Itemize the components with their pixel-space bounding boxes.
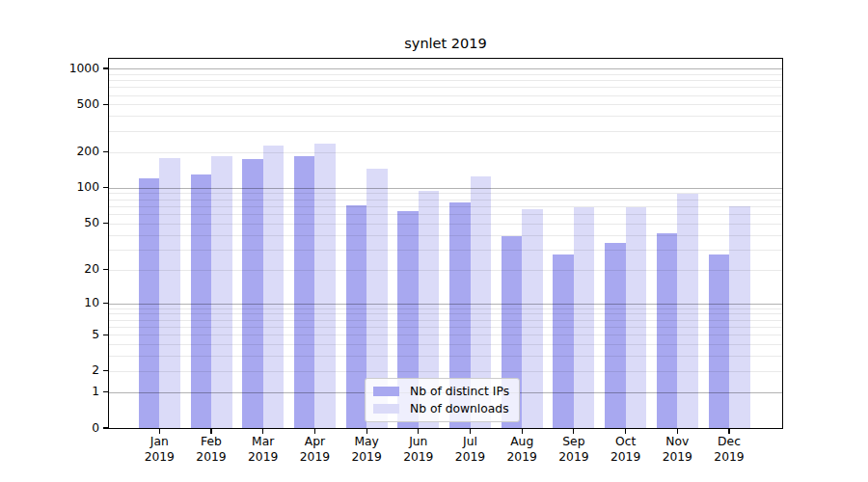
x-tick: [366, 429, 367, 434]
minor-gridline: [109, 152, 782, 153]
minor-gridline: [109, 250, 782, 251]
bar-downloads-dec: [729, 206, 750, 428]
bar-distinct-ips-apr: [294, 156, 315, 428]
y-tick-label: 100: [0, 179, 99, 196]
legend-swatch-distinct-ips: [373, 387, 399, 396]
y-tick: [103, 151, 109, 152]
legend-label-distinct-ips: Nb of distinct IPs: [410, 385, 509, 398]
minor-gridline: [109, 320, 782, 321]
x-tick: [210, 429, 211, 434]
y-tick: [103, 104, 109, 105]
y-tick-label: 500: [0, 96, 99, 113]
bar-downloads-oct: [626, 207, 647, 428]
y-tick: [103, 223, 109, 224]
minor-gridline: [109, 116, 782, 117]
y-tick: [103, 269, 109, 270]
minor-gridline: [109, 224, 782, 225]
minor-gridline: [109, 327, 782, 328]
minor-gridline: [109, 131, 782, 132]
x-tick: [728, 429, 729, 434]
minor-gridline: [109, 356, 782, 357]
x-tick: [418, 429, 419, 434]
y-tick-label: 1000: [0, 61, 99, 77]
x-tick: [625, 429, 626, 434]
bar-distinct-ips-dec: [709, 254, 730, 428]
legend-swatch-downloads: [373, 404, 399, 414]
y-tick-label: 200: [0, 144, 99, 160]
minor-gridline: [109, 344, 782, 345]
y-tick-label: 5: [0, 327, 99, 343]
minor-gridline: [109, 193, 782, 194]
major-gridline: [109, 188, 782, 189]
bar-distinct-ips-nov: [657, 233, 678, 428]
chart-title: synlet 2019: [404, 36, 486, 51]
minor-gridline: [109, 335, 782, 335]
x-tick: [262, 429, 263, 434]
bar-downloads-aug: [522, 209, 543, 428]
legend-item-downloads: Nb of downloads: [373, 402, 509, 415]
minor-gridline: [109, 80, 782, 81]
bar-distinct-ips-may: [346, 205, 367, 428]
figure: synlet 2019 01251020501002005001000Jan20…: [0, 0, 868, 482]
minor-gridline: [109, 308, 782, 309]
legend: Nb of distinct IPs Nb of downloads: [365, 378, 520, 422]
minor-gridline: [109, 74, 782, 75]
minor-gridline: [109, 270, 782, 271]
x-tick: [573, 429, 574, 434]
minor-gridline: [109, 104, 782, 105]
y-tick: [103, 335, 109, 335]
minor-gridline: [109, 235, 782, 236]
x-tick: [159, 429, 160, 434]
minor-gridline: [109, 214, 782, 215]
minor-gridline: [109, 371, 782, 372]
bar-downloads-apr: [314, 144, 336, 428]
bar-downloads-sep: [574, 207, 595, 428]
minor-gridline: [109, 95, 782, 96]
x-tick: [314, 429, 315, 434]
minor-gridline: [109, 200, 782, 201]
legend-item-distinct-ips: Nb of distinct IPs: [373, 385, 509, 398]
bar-distinct-ips-sep: [553, 254, 574, 428]
y-tick: [103, 187, 109, 188]
y-tick: [103, 391, 109, 392]
bar-distinct-ips-feb: [191, 174, 212, 428]
minor-gridline: [109, 206, 782, 207]
y-tick-label: 20: [0, 261, 99, 278]
bar-downloads-feb: [211, 156, 232, 428]
y-tick-label: 0: [0, 420, 99, 437]
y-tick: [103, 370, 109, 371]
y-tick-label: 2: [0, 362, 99, 379]
legend-label-downloads: Nb of downloads: [410, 402, 509, 415]
x-tick: [677, 429, 678, 434]
minor-gridline: [109, 87, 782, 88]
major-gridline: [109, 304, 782, 305]
y-tick-label: 10: [0, 295, 99, 311]
y-tick-label: 1: [0, 384, 99, 400]
y-tick-label: 50: [0, 215, 99, 231]
y-tick: [103, 303, 109, 304]
y-tick: [103, 427, 109, 428]
x-tick-year: 2019: [698, 450, 760, 466]
x-tick: [470, 429, 471, 434]
major-gridline: [109, 68, 782, 69]
minor-gridline: [109, 313, 782, 314]
x-tick: [522, 429, 523, 434]
y-tick: [103, 67, 109, 68]
x-tick-label: Dec2019: [698, 435, 760, 466]
